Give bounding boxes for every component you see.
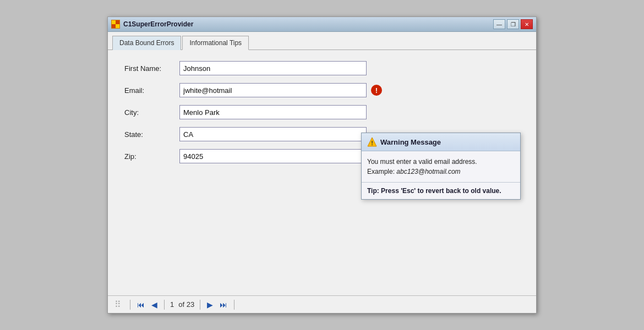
nav-bar: ⠿ ⏮ ◀ 1 of 23 ▶ ⏭ — [108, 295, 536, 313]
first-name-label: First Name: — [124, 64, 179, 73]
tab-data-bound-errors[interactable]: Data Bound Errors — [112, 36, 181, 50]
tab-bar: Data Bound Errors Informational Tips — [108, 32, 536, 50]
nav-last-button[interactable]: ⏭ — [219, 300, 228, 309]
minimize-button[interactable]: — — [493, 19, 505, 29]
warning-icon: ! — [367, 137, 377, 147]
zip-label: Zip: — [124, 152, 179, 161]
city-label: City: — [124, 108, 179, 117]
close-button[interactable]: ✕ — [521, 19, 533, 29]
nav-divider-4 — [234, 300, 234, 310]
city-input[interactable] — [179, 105, 367, 119]
main-window: C1SuperErrorProvider — ❒ ✕ Data Bound Er… — [107, 16, 537, 314]
svg-rect-0 — [112, 20, 116, 24]
nav-prev-button[interactable]: ◀ — [150, 300, 159, 309]
nav-divider-2 — [164, 300, 165, 310]
nav-divider-3 — [200, 300, 200, 310]
zip-input[interactable] — [179, 149, 367, 163]
warning-body: You must enter a valid email address. Ex… — [362, 151, 520, 183]
state-label: State: — [124, 130, 179, 139]
window-title: C1SuperErrorProvider — [123, 20, 490, 28]
svg-rect-1 — [116, 20, 119, 24]
warning-title: Warning Message — [380, 138, 441, 146]
window-controls: — ❒ ✕ — [493, 19, 533, 29]
warning-message-line1: You must enter a valid email address. — [367, 157, 515, 167]
state-input[interactable] — [179, 127, 367, 141]
tab-informational-tips[interactable]: Informational Tips — [182, 36, 249, 50]
svg-rect-2 — [112, 24, 116, 28]
email-input[interactable] — [179, 83, 367, 97]
email-row: Email: ! — [124, 83, 520, 97]
svg-rect-3 — [116, 24, 119, 28]
warning-popup: ! Warning Message You must enter a valid… — [361, 133, 521, 200]
nav-divider-1 — [130, 300, 130, 310]
nav-dots: ⠿ — [114, 299, 122, 310]
email-label: Email: — [124, 86, 179, 95]
first-name-row: First Name: — [124, 61, 520, 75]
email-error-icon[interactable]: ! — [371, 85, 382, 96]
city-row: City: — [124, 105, 520, 119]
warning-message-line2: Example: abc123@hotmail.com — [367, 167, 515, 177]
first-name-input[interactable] — [179, 61, 367, 75]
nav-next-button[interactable]: ▶ — [206, 300, 214, 309]
nav-first-button[interactable]: ⏮ — [136, 300, 146, 309]
title-bar: C1SuperErrorProvider — ❒ ✕ — [108, 17, 536, 32]
restore-button[interactable]: ❒ — [507, 19, 519, 29]
warning-header: ! Warning Message — [362, 133, 520, 151]
nav-total-pages: of 23 — [178, 300, 194, 309]
warning-tip: Tip: Press 'Esc' to revert back to old v… — [362, 183, 520, 199]
app-icon — [111, 20, 120, 29]
nav-current-page: 1 — [170, 300, 174, 309]
svg-text:!: ! — [371, 140, 373, 146]
form-area: First Name: Email: ! City: State: Zip: — [108, 50, 536, 295]
